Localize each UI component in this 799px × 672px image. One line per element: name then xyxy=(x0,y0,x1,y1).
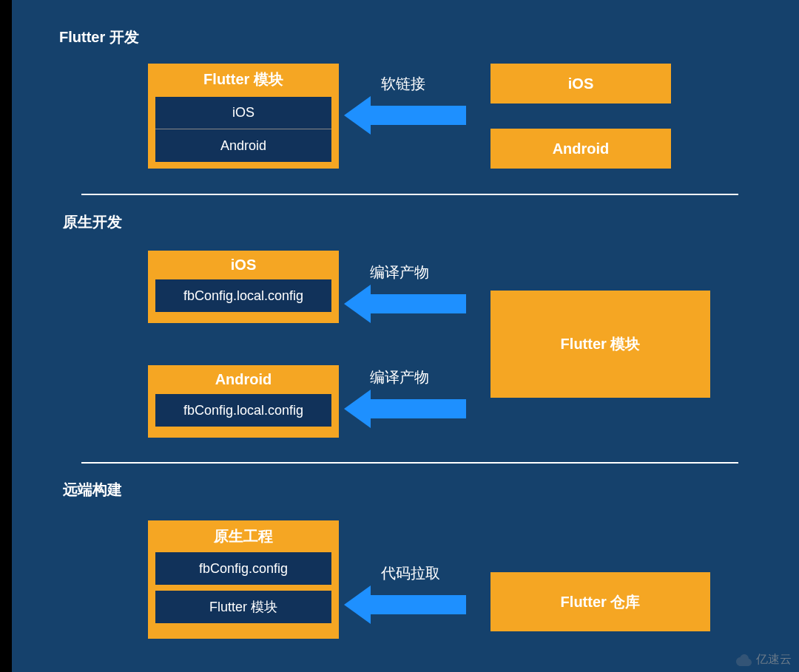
section3-arrow xyxy=(344,586,466,624)
section1-flutter-module-android: Android xyxy=(155,129,331,162)
section2-arrow2 xyxy=(344,390,466,428)
section2-ios-title: iOS xyxy=(148,251,339,274)
section1-flutter-module-inner: iOS Android xyxy=(155,97,331,162)
section3-flutter-repo-box: Flutter 仓库 xyxy=(490,572,710,631)
section3-arrow-label: 代码拉取 xyxy=(381,563,440,583)
section1-flutter-module-title: Flutter 模块 xyxy=(148,64,339,89)
section2-arrow2-label: 编译产物 xyxy=(370,367,429,387)
section2-arrow1-label: 编译产物 xyxy=(370,262,429,282)
section3-native-file1: fbConfig.config xyxy=(155,552,331,585)
section2-android-box: Android fbConfig.local.config xyxy=(148,365,339,438)
section1-title: Flutter 开发 xyxy=(59,27,139,47)
section3-title: 远端构建 xyxy=(63,480,122,500)
section2-title: 原生开发 xyxy=(63,212,122,232)
watermark-text: 亿速云 xyxy=(756,652,792,668)
section3-native-title: 原生工程 xyxy=(148,520,339,546)
section2-android-title: Android xyxy=(148,365,339,388)
section1-arrow xyxy=(344,96,466,135)
section2-flutter-module-box: Flutter 模块 xyxy=(490,291,710,398)
cloud-icon xyxy=(734,654,753,667)
section1-android-label: Android xyxy=(490,129,671,169)
section1-ios-label: iOS xyxy=(490,64,671,103)
section2-ios-file: fbConfig.local.config xyxy=(155,279,331,312)
section2-arrow1 xyxy=(344,285,466,323)
section1-arrow-label: 软链接 xyxy=(381,74,425,94)
section2-ios-box: iOS fbConfig.local.config xyxy=(148,251,339,323)
section3-flutter-repo-label: Flutter 仓库 xyxy=(490,572,710,631)
divider-1 xyxy=(81,194,738,195)
section1-flutter-module-box: Flutter 模块 iOS Android xyxy=(148,64,339,169)
left-black-bar xyxy=(0,0,12,672)
section1-flutter-module-ios: iOS xyxy=(155,97,331,129)
section2-android-file: fbConfig.local.config xyxy=(155,394,331,427)
section3-native-box: 原生工程 fbConfig.config Flutter 模块 xyxy=(148,520,339,639)
section3-native-file2: Flutter 模块 xyxy=(155,591,331,623)
section1-android-box: Android xyxy=(490,129,671,169)
section1-ios-box: iOS xyxy=(490,64,671,103)
divider-2 xyxy=(81,462,738,464)
watermark: 亿速云 xyxy=(734,652,792,668)
section2-flutter-module-label: Flutter 模块 xyxy=(490,291,710,398)
